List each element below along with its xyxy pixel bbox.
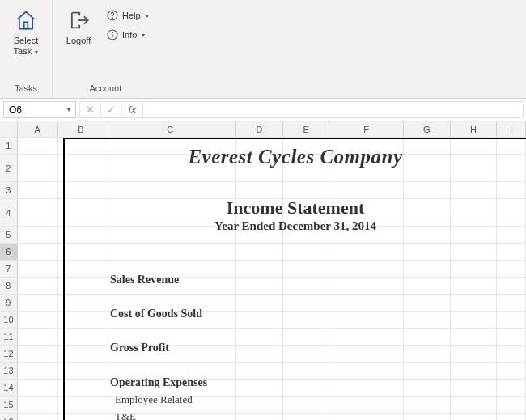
cell-H16[interactable] — [451, 414, 498, 420]
cell-A7[interactable] — [18, 261, 58, 277]
formula-input[interactable] — [148, 102, 518, 117]
cell-B11[interactable] — [58, 329, 105, 345]
cell-F5[interactable] — [329, 227, 403, 243]
cell-I2[interactable] — [497, 155, 526, 181]
row-header-11[interactable]: 11 — [0, 329, 18, 345]
cell-C10[interactable] — [104, 312, 236, 328]
column-header-I[interactable]: I — [497, 121, 526, 137]
enter-button[interactable]: ✓ — [100, 102, 121, 117]
cell-C15[interactable] — [104, 397, 236, 413]
row-header-1[interactable]: 1 — [0, 138, 18, 154]
cell-H8[interactable] — [451, 278, 498, 294]
cell-A9[interactable] — [18, 295, 58, 311]
cell-D9[interactable] — [236, 295, 283, 311]
cell-C11[interactable] — [104, 329, 236, 345]
cell-G4[interactable] — [404, 199, 451, 226]
row-header-2[interactable]: 2 — [0, 155, 18, 181]
cell-G3[interactable] — [404, 182, 451, 198]
cell-H7[interactable] — [451, 261, 498, 277]
cell-G5[interactable] — [404, 227, 451, 243]
cell-I6[interactable] — [497, 244, 526, 260]
cell-F16[interactable] — [329, 414, 403, 420]
cell-B8[interactable] — [58, 278, 105, 294]
cell-F3[interactable] — [329, 182, 403, 198]
cell-A6[interactable] — [18, 244, 58, 260]
cell-I9[interactable] — [497, 295, 526, 311]
cell-A1[interactable] — [18, 138, 58, 154]
cell-B15[interactable] — [58, 397, 105, 413]
cell-D14[interactable] — [236, 380, 283, 396]
cell-A5[interactable] — [18, 227, 58, 243]
cell-H1[interactable] — [451, 138, 498, 154]
row-header-4[interactable]: 4 — [0, 199, 18, 226]
cell-H9[interactable] — [451, 295, 498, 311]
cell-F2[interactable] — [329, 155, 403, 181]
row-header-15[interactable]: 15 — [0, 397, 18, 413]
cell-B12[interactable] — [58, 346, 105, 362]
logoff-button[interactable]: Logoff — [59, 3, 98, 66]
cell-B13[interactable] — [58, 363, 105, 379]
cell-E9[interactable] — [283, 295, 330, 311]
fx-button[interactable]: fx — [121, 102, 142, 117]
cell-G13[interactable] — [404, 363, 451, 379]
column-header-F[interactable]: F — [329, 121, 403, 137]
cell-G9[interactable] — [404, 295, 451, 311]
cell-C1[interactable] — [104, 138, 236, 154]
cell-B10[interactable] — [58, 312, 105, 328]
cell-E16[interactable] — [283, 414, 330, 420]
cell-G6[interactable] — [404, 244, 451, 260]
row-header-5[interactable]: 5 — [0, 227, 18, 243]
help-button[interactable]: Help ▾ — [103, 6, 152, 24]
cell-E7[interactable] — [283, 261, 330, 277]
cell-F10[interactable] — [329, 312, 403, 328]
cell-D7[interactable] — [236, 261, 283, 277]
cell-D12[interactable] — [236, 346, 283, 362]
cell-I12[interactable] — [497, 346, 526, 362]
cell-A11[interactable] — [18, 329, 58, 345]
cell-C4[interactable] — [104, 199, 236, 226]
cell-D11[interactable] — [236, 329, 283, 345]
cell-B14[interactable] — [58, 380, 105, 396]
cell-H12[interactable] — [451, 346, 498, 362]
cell-F14[interactable] — [329, 380, 403, 396]
column-header-B[interactable]: B — [58, 121, 105, 137]
row-header-3[interactable]: 3 — [0, 182, 18, 198]
cell-B6[interactable] — [58, 244, 105, 260]
row-header-7[interactable]: 7 — [0, 261, 18, 277]
cell-C9[interactable] — [104, 295, 236, 311]
cell-G12[interactable] — [404, 346, 451, 362]
row-header-8[interactable]: 8 — [0, 278, 18, 294]
cell-E8[interactable] — [283, 278, 330, 294]
cell-E11[interactable] — [283, 329, 330, 345]
chevron-down-icon[interactable]: ▾ — [67, 106, 70, 113]
cell-C12[interactable] — [104, 346, 236, 362]
name-box-input[interactable] — [9, 104, 49, 116]
cell-A3[interactable] — [18, 182, 58, 198]
cell-D1[interactable] — [236, 138, 283, 154]
cell-B4[interactable] — [58, 199, 105, 226]
cell-H5[interactable] — [451, 227, 498, 243]
cell-I11[interactable] — [497, 329, 526, 345]
cell-A10[interactable] — [18, 312, 58, 328]
cell-F11[interactable] — [329, 329, 403, 345]
row-header-12[interactable]: 12 — [0, 346, 18, 362]
cell-E2[interactable] — [283, 155, 330, 181]
cell-D10[interactable] — [236, 312, 283, 328]
cell-F1[interactable] — [329, 138, 403, 154]
info-button[interactable]: Info ▾ — [103, 26, 152, 44]
cell-G15[interactable] — [404, 397, 451, 413]
cell-I4[interactable] — [497, 199, 526, 226]
cell-C13[interactable] — [104, 363, 236, 379]
column-header-A[interactable]: A — [18, 121, 58, 137]
row-header-16[interactable]: 16 — [0, 414, 18, 420]
cell-G14[interactable] — [404, 380, 451, 396]
cell-G10[interactable] — [404, 312, 451, 328]
cell-D6[interactable] — [236, 244, 283, 260]
cell-A8[interactable] — [18, 278, 58, 294]
cell-D13[interactable] — [236, 363, 283, 379]
cell-H11[interactable] — [451, 329, 498, 345]
name-box[interactable]: ▾ — [3, 101, 76, 118]
cell-A4[interactable] — [18, 199, 58, 226]
column-header-H[interactable]: H — [451, 121, 498, 137]
cell-H2[interactable] — [451, 155, 498, 181]
